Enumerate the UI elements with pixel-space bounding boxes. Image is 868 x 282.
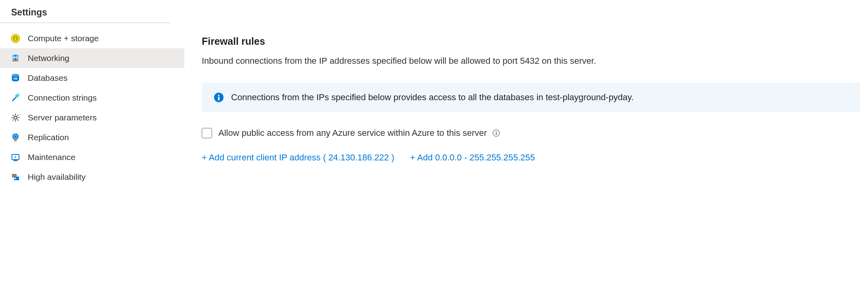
svg-line-18	[17, 120, 18, 120]
svg-line-20	[17, 115, 18, 116]
sidebar-item-label: Replication	[28, 133, 69, 142]
allow-public-access-checkbox[interactable]	[202, 128, 212, 138]
svg-point-31	[218, 95, 220, 96]
svg-rect-5	[12, 60, 19, 61]
add-client-ip-link[interactable]: + Add current client IP address ( 24.130…	[202, 152, 394, 163]
sidebar-item-label: Databases	[28, 73, 67, 83]
compute-storage-icon: $	[10, 33, 21, 44]
help-icon[interactable]	[492, 129, 500, 137]
sidebar-item-connection-strings[interactable]: Connection strings	[0, 88, 184, 108]
info-icon	[214, 92, 224, 103]
main-content: Firewall rules Inbound connections from …	[184, 0, 868, 187]
sidebar-item-databases[interactable]: DB Databases	[0, 68, 184, 88]
connection-strings-icon	[10, 93, 21, 103]
svg-rect-26	[13, 160, 18, 161]
firewall-rules-description: Inbound connections from the IP addresse…	[202, 56, 860, 66]
sidebar-item-label: Networking	[28, 53, 69, 63]
svg-rect-35	[496, 132, 497, 135]
maintenance-icon	[10, 152, 21, 162]
server-parameters-icon	[10, 112, 21, 123]
high-availability-icon	[10, 172, 21, 182]
sidebar-item-label: Maintenance	[28, 152, 75, 162]
sidebar: Settings $ Compute + storage Networking	[0, 0, 184, 187]
svg-line-10	[17, 93, 19, 94]
firewall-rules-title: Firewall rules	[202, 36, 860, 47]
sidebar-item-label: Server parameters	[28, 113, 97, 122]
sidebar-item-label: High availability	[28, 172, 86, 182]
svg-rect-23	[14, 140, 17, 141]
sidebar-item-maintenance[interactable]: Maintenance	[0, 147, 184, 167]
svg-point-34	[496, 131, 497, 132]
allow-public-access-label: Allow public access from any Azure servi…	[218, 128, 487, 138]
svg-line-19	[13, 120, 13, 120]
svg-line-11	[19, 94, 20, 95]
svg-point-29	[15, 177, 16, 179]
sidebar-item-networking[interactable]: Networking	[0, 48, 184, 68]
add-all-ip-link[interactable]: + Add 0.0.0.0 - 255.255.255.255	[410, 152, 535, 163]
sidebar-item-replication[interactable]: Replication	[0, 128, 184, 147]
sidebar-header: Settings	[0, 7, 170, 23]
svg-rect-25	[14, 160, 17, 160]
svg-line-17	[13, 115, 13, 116]
networking-icon	[10, 53, 21, 63]
sidebar-item-compute-storage[interactable]: $ Compute + storage	[0, 29, 184, 48]
allow-public-access-row: Allow public access from any Azure servi…	[202, 128, 860, 138]
svg-point-21	[12, 133, 19, 140]
info-banner-text: Connections from the IPs specified below…	[231, 92, 634, 103]
svg-point-7	[12, 74, 19, 77]
sidebar-item-label: Connection strings	[28, 93, 97, 103]
svg-text:$: $	[15, 37, 17, 40]
sidebar-item-high-availability[interactable]: High availability	[0, 167, 184, 187]
sidebar-item-server-parameters[interactable]: Server parameters	[0, 108, 184, 128]
svg-point-12	[14, 116, 17, 119]
svg-rect-32	[218, 97, 219, 101]
info-banner: Connections from the IPs specified below…	[202, 83, 860, 112]
databases-icon: DB	[10, 73, 21, 83]
replication-icon	[10, 132, 21, 143]
sidebar-item-label: Compute + storage	[28, 34, 99, 43]
svg-text:DB: DB	[13, 77, 17, 80]
add-link-row: + Add current client IP address ( 24.130…	[202, 152, 860, 163]
